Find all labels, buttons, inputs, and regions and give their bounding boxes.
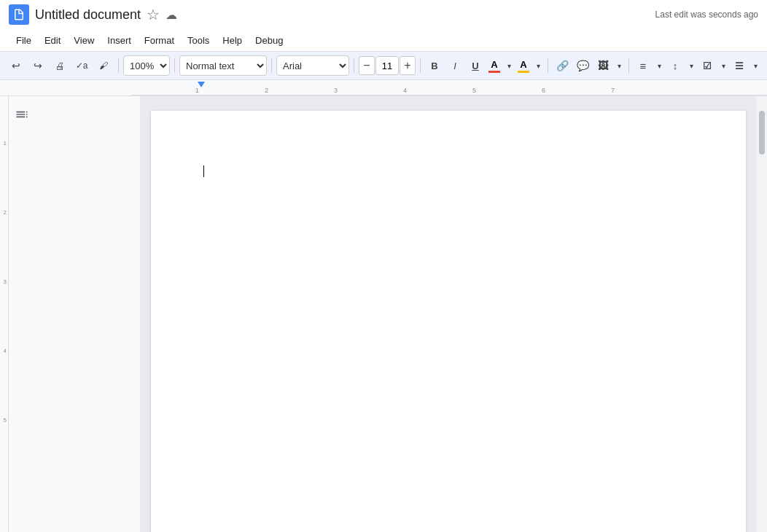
checklist-button[interactable]: ☑ xyxy=(698,56,717,75)
italic-button[interactable]: I xyxy=(445,56,464,75)
text-color-dropdown[interactable]: ▾ xyxy=(504,55,514,76)
comment-button[interactable]: 💬 xyxy=(573,56,592,75)
title-bar: Untitled document ☆ ☁ Last edit was seco… xyxy=(0,0,767,29)
doc-content[interactable] xyxy=(151,111,746,532)
bold-button[interactable]: B xyxy=(425,56,444,75)
left-sidebar xyxy=(9,96,140,532)
cloud-icon: ☁ xyxy=(166,8,177,22)
image-button[interactable]: 🖼 xyxy=(593,56,612,75)
link-button[interactable]: 🔗 xyxy=(553,56,572,75)
last-edit-status: Last edit was seconds ago xyxy=(655,9,758,20)
divider-6 xyxy=(548,58,548,73)
numbered-list-button[interactable]: ☷ xyxy=(762,56,767,75)
menu-help[interactable]: Help xyxy=(217,33,248,48)
v-ruler-mark-3: 3 xyxy=(4,278,7,285)
menu-format[interactable]: Format xyxy=(139,33,180,48)
outline-icon[interactable] xyxy=(15,107,29,125)
menu-edit[interactable]: Edit xyxy=(39,33,66,48)
doc-title[interactable]: Untitled document xyxy=(35,7,141,23)
underline-button[interactable]: U xyxy=(466,56,485,75)
menu-insert[interactable]: Insert xyxy=(101,33,137,48)
vertical-ruler: 1 2 3 4 5 xyxy=(0,96,9,532)
font-size-increase-button[interactable]: + xyxy=(400,56,416,75)
divider-2 xyxy=(174,58,175,73)
redo-button[interactable]: ↪ xyxy=(28,55,48,76)
menu-bar: File Edit View Insert Format Tools Help … xyxy=(0,29,767,51)
highlight-color-button[interactable]: A xyxy=(515,56,532,75)
menu-debug[interactable]: Debug xyxy=(249,33,289,48)
align-button[interactable]: ≡ xyxy=(634,56,653,75)
menu-tools[interactable]: Tools xyxy=(182,33,215,48)
v-ruler-mark-4: 4 xyxy=(4,348,7,354)
font-size-area: − + xyxy=(359,56,416,75)
style-select[interactable]: Normal text Heading 1 Heading 2 Heading … xyxy=(179,55,267,76)
print-button[interactable]: 🖨 xyxy=(50,55,70,76)
doc-area[interactable] xyxy=(140,96,756,532)
image-dropdown[interactable]: ▾ xyxy=(614,55,624,76)
v-ruler-mark-1: 1 xyxy=(4,140,7,146)
divider-3 xyxy=(271,58,272,73)
align-dropdown[interactable]: ▾ xyxy=(654,55,664,76)
zoom-select[interactable]: 100% 75% 125% 150% 200% xyxy=(123,55,170,76)
line-spacing-dropdown[interactable]: ▾ xyxy=(686,55,696,76)
scrollbar[interactable] xyxy=(756,96,767,532)
highlight-letter: A xyxy=(520,59,526,70)
doc-page xyxy=(151,111,746,532)
paint-format-button[interactable]: 🖌 xyxy=(93,55,114,76)
text-color-letter: A xyxy=(491,59,497,70)
bullet-dropdown[interactable]: ▾ xyxy=(750,55,760,76)
highlight-dropdown[interactable]: ▾ xyxy=(533,55,543,76)
v-ruler-mark-5: 5 xyxy=(4,417,7,423)
ruler-ticks xyxy=(131,80,767,95)
checklist-dropdown[interactable]: ▾ xyxy=(718,55,728,76)
main-area: 1 2 3 4 5 xyxy=(0,96,767,532)
divider-5 xyxy=(420,58,421,73)
text-color-bar xyxy=(488,71,500,73)
font-size-decrease-button[interactable]: − xyxy=(359,56,375,75)
ruler: 1 2 3 4 5 6 7 xyxy=(0,80,767,96)
line-spacing-button[interactable]: ↕ xyxy=(666,56,685,75)
font-size-input[interactable] xyxy=(375,56,399,75)
toolbar: ↩ ↪ 🖨 ✓a 🖌 100% 75% 125% 150% 200% Norma… xyxy=(0,51,767,80)
menu-file[interactable]: File xyxy=(10,33,37,48)
bullet-list-button[interactable]: ☰ xyxy=(730,56,749,75)
ruler-content: 1 2 3 4 5 6 7 xyxy=(131,80,767,95)
divider-1 xyxy=(118,58,119,73)
spellcheck-button[interactable]: ✓a xyxy=(71,55,92,76)
star-icon[interactable]: ☆ xyxy=(147,6,160,23)
scroll-thumb[interactable] xyxy=(759,111,765,154)
undo-button[interactable]: ↩ xyxy=(6,55,26,76)
v-ruler-mark-2: 2 xyxy=(4,209,7,216)
doc-icon xyxy=(9,4,29,25)
divider-4 xyxy=(354,58,354,73)
text-cursor xyxy=(203,165,204,177)
menu-view[interactable]: View xyxy=(68,33,100,48)
highlight-bar xyxy=(518,71,529,73)
divider-7 xyxy=(628,58,629,73)
font-select[interactable]: Arial Times New Roman Courier New Georgi… xyxy=(276,55,349,76)
text-color-button[interactable]: A xyxy=(486,56,502,75)
